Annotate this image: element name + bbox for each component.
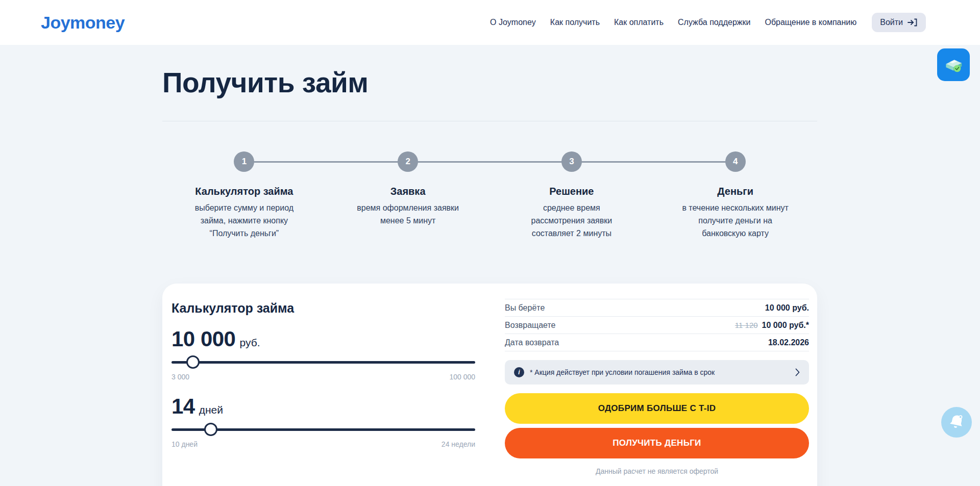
step-money: 4 Деньги в течение нескольких минут полу… <box>653 151 817 240</box>
amount-value: 10 000 <box>172 327 235 351</box>
logo[interactable]: Joymoney <box>41 13 125 33</box>
summary-date-label: Дата возврата <box>505 338 559 347</box>
amount-max-label: 100 000 <box>449 373 475 381</box>
nav-how-to-pay[interactable]: Как оплатить <box>614 18 664 27</box>
login-button[interactable]: Войти <box>872 13 926 32</box>
summary-return-new-value: 10 000 руб.* <box>762 321 809 329</box>
amount-slider[interactable] <box>172 355 475 369</box>
summary-return-value: 11 12010 000 руб.* <box>735 321 809 330</box>
calculator-title: Калькулятор займа <box>172 301 475 316</box>
summary-row-return: Возвращаете 11 12010 000 руб.* <box>505 317 809 334</box>
term-slider-handle[interactable] <box>204 423 217 436</box>
summary-row-date: Дата возврата 18.02.2026 <box>505 334 809 351</box>
term-min-label: 10 дней <box>172 440 198 448</box>
loan-calculator-card: Калькулятор займа 10 000 руб. 3 000 100 … <box>162 284 817 486</box>
bell-icon <box>947 413 966 432</box>
step-1-circle: 1 <box>234 151 254 172</box>
summary-return-label: Возвращаете <box>505 321 556 330</box>
term-value: 14 <box>172 394 195 419</box>
page-title: Получить займ <box>162 66 369 99</box>
amount-slider-bounds: 3 000 100 000 <box>172 373 475 381</box>
summary-row-take: Вы берёте 10 000 руб. <box>505 299 809 317</box>
step-2-circle: 2 <box>398 151 418 172</box>
calculation-disclaimer: Данный расчет не является офертой <box>505 467 809 475</box>
term-slider-bounds: 10 дней 24 недели <box>172 440 475 448</box>
step-3-title: Решение <box>549 186 594 197</box>
header: Joymoney О Joymoney Как получить Как опл… <box>0 0 980 45</box>
step-application: 2 Заявка время оформления заявки менее 5… <box>326 151 490 240</box>
summary-return-old-value: 11 120 <box>735 321 758 329</box>
login-arrow-icon <box>908 18 918 27</box>
get-money-button[interactable]: ПОЛУЧИТЬ ДЕНЬГИ <box>505 428 809 458</box>
steps-progress: 1 Калькулятор займа выберите сумму и пер… <box>162 151 817 240</box>
step-3-circle: 3 <box>561 151 582 172</box>
main-nav: О Joymoney Как получить Как оплатить Слу… <box>490 18 856 27</box>
amount-min-label: 3 000 <box>172 373 189 381</box>
tid-approve-button[interactable]: ОДОБРИМ БОЛЬШЕ С T-ID <box>505 393 809 424</box>
amount-display: 10 000 руб. <box>172 327 475 351</box>
term-unit: дней <box>199 404 223 416</box>
info-icon: i <box>514 367 524 377</box>
step-4-description: в течение нескольких минут получите день… <box>680 202 790 240</box>
money-stack-icon <box>940 52 967 78</box>
term-slider[interactable] <box>172 423 475 436</box>
check-badge-icon <box>953 65 961 72</box>
nav-about[interactable]: О Joymoney <box>490 18 536 27</box>
summary-take-value: 10 000 руб. <box>765 303 809 313</box>
promo-note-text: * Акция действует при условии погашения … <box>530 368 790 376</box>
step-3-description: среднее время рассмотрения заявки состав… <box>517 202 626 240</box>
summary-date-value: 18.02.2026 <box>768 338 809 347</box>
step-4-circle: 4 <box>725 151 746 172</box>
title-divider <box>162 121 817 121</box>
step-2-title: Заявка <box>390 186 426 197</box>
notifications-fab[interactable] <box>941 407 972 438</box>
login-button-label: Войти <box>880 18 903 27</box>
money-widget-button[interactable] <box>937 48 970 81</box>
loan-summary: Вы берёте 10 000 руб. Возвращаете 11 120… <box>505 299 809 475</box>
step-1-description: выберите сумму и период займа, нажмите к… <box>189 202 299 240</box>
step-calculator: 1 Калькулятор займа выберите сумму и пер… <box>162 151 326 240</box>
summary-take-label: Вы берёте <box>505 303 545 313</box>
step-1-title: Калькулятор займа <box>195 186 293 197</box>
nav-contact-company[interactable]: Обращение в компанию <box>765 18 856 27</box>
chevron-right-icon <box>795 368 800 376</box>
term-display: 14 дней <box>172 394 475 419</box>
calculator-controls: Калькулятор займа 10 000 руб. 3 000 100 … <box>172 301 475 448</box>
amount-slider-handle[interactable] <box>186 355 200 369</box>
promo-note[interactable]: i * Акция действует при условии погашени… <box>505 360 809 385</box>
step-decision: 3 Решение среднее время рассмотрения зая… <box>490 151 654 240</box>
step-2-description: время оформления заявки менее 5 минут <box>353 202 463 227</box>
step-4-title: Деньги <box>717 186 753 197</box>
nav-support[interactable]: Служба поддержки <box>678 18 750 27</box>
term-max-label: 24 недели <box>442 440 475 448</box>
amount-slider-track[interactable] <box>172 361 475 364</box>
summary-rows: Вы берёте 10 000 руб. Возвращаете 11 120… <box>505 299 809 351</box>
nav-how-to-get[interactable]: Как получить <box>550 18 600 27</box>
amount-unit: руб. <box>239 337 260 349</box>
